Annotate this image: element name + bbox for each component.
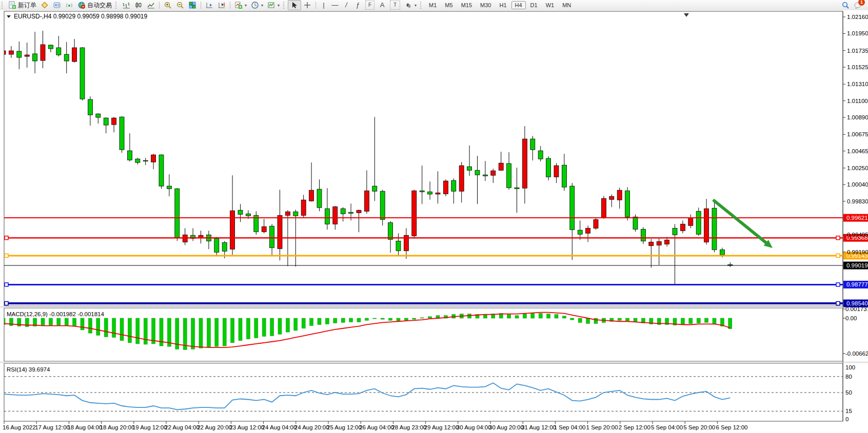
time-axis-label: 22 Aug 20:00 <box>197 424 232 430</box>
data-window-button[interactable] <box>51 1 63 10</box>
new-order-button[interactable]: 新订单 <box>6 1 38 10</box>
macd-histogram-bar <box>523 314 526 318</box>
line-handle <box>5 254 8 257</box>
vertical-line-icon: | <box>320 1 327 9</box>
timeframe-button-m30[interactable]: M30 <box>477 1 495 9</box>
macd-histogram-bar <box>373 318 377 319</box>
price-axis-tick-label: 0.99405 <box>847 232 868 238</box>
line-chart-icon <box>147 1 155 9</box>
trendline-tool-button[interactable]: / <box>341 1 352 10</box>
text-tool-button[interactable]: A <box>377 1 388 10</box>
timeframe-button-m1[interactable]: M1 <box>425 1 440 9</box>
macd-histogram-bar <box>547 314 550 318</box>
macd-histogram-bar <box>341 318 345 322</box>
candle-body <box>443 181 448 194</box>
time-axis-label: 22 Aug 04:00 <box>165 424 200 430</box>
timeframe-button-m15[interactable]: M15 <box>458 1 476 9</box>
chart-title-quote: EURUSD-,H4 0.99029 0.99059 0.98998 0.990… <box>14 13 148 20</box>
cursor-arrow-icon <box>290 1 299 9</box>
candle-body <box>270 226 274 248</box>
timeframe-button-w1[interactable]: W1 <box>542 1 558 9</box>
bar-chart-mode-button[interactable] <box>120 1 132 10</box>
macd-histogram-bar <box>57 318 61 325</box>
toolbar-grip[interactable] <box>283 2 286 9</box>
toolbar-grip[interactable] <box>2 2 5 9</box>
timeframe-button-d1[interactable]: D1 <box>527 1 541 9</box>
candlestick-icon <box>134 1 143 9</box>
candle-body <box>665 240 669 244</box>
chart-shift-icon <box>218 1 226 9</box>
macd-histogram-bar <box>333 318 337 323</box>
time-axis-label: 29 Aug 12:00 <box>424 424 459 430</box>
candle-body <box>9 51 13 54</box>
candle-body <box>127 151 132 160</box>
chart-shift-button[interactable] <box>215 1 228 10</box>
macd-histogram-bar <box>270 318 274 336</box>
macd-histogram-bar <box>555 315 558 318</box>
search-button[interactable] <box>839 1 852 10</box>
vertical-line-tool-button[interactable]: | <box>318 1 329 10</box>
signals-button[interactable] <box>63 1 75 10</box>
price-axis-tick-label: 1.01310 <box>847 81 868 87</box>
macd-histogram-bar <box>246 318 250 339</box>
time-axis-label: 24 Aug 04:00 <box>262 424 297 430</box>
candle-body <box>341 209 345 214</box>
chart-surface[interactable]: 0.996210.993680.991430.990190.987770.985… <box>0 10 868 433</box>
macd-histogram-bar <box>262 318 266 336</box>
templates-button[interactable]: ▾ <box>265 1 282 10</box>
horizontal-line-icon: — <box>331 1 339 9</box>
crosshair-tool-button[interactable] <box>301 1 313 10</box>
panel-separator[interactable] <box>0 362 868 363</box>
timeframe-button-mn[interactable]: MN <box>559 1 575 9</box>
auto-scroll-icon <box>205 1 213 9</box>
chart-window[interactable]: 0.996210.993680.991430.990190.987770.985… <box>0 10 868 433</box>
time-axis-label: 1 Sep 20:00 <box>586 424 618 430</box>
zoom-out-button[interactable] <box>174 1 186 10</box>
macd-histogram-bar <box>104 318 108 337</box>
indicators-plus-icon <box>234 1 243 9</box>
macd-histogram-bar <box>278 318 282 334</box>
market-watch-button[interactable] <box>38 1 51 10</box>
crosshair-icon <box>303 1 311 9</box>
candlestick-mode-button[interactable] <box>132 1 145 10</box>
candle-body <box>72 48 77 61</box>
horizontal-line-tool-button[interactable]: — <box>329 1 341 10</box>
candle-body <box>507 163 511 188</box>
timeframe-button-h1[interactable]: H1 <box>496 1 510 9</box>
toolbar-grip[interactable] <box>420 2 423 9</box>
timeframe-button-m5[interactable]: M5 <box>441 1 456 9</box>
fibo-grid-tool-button[interactable]: F <box>363 0 377 10</box>
candle-body <box>562 165 566 187</box>
macd-histogram-bar <box>49 318 52 325</box>
macd-histogram-bar <box>626 318 629 321</box>
zoom-out-icon <box>176 1 184 9</box>
candle-body <box>88 99 92 115</box>
auto-trading-button[interactable]: 自动交易 <box>75 1 114 10</box>
fibonacci-tool-button[interactable]: ƒ <box>352 1 363 10</box>
macd-histogram-bar <box>120 318 124 341</box>
time-axis-label: 26 Aug 04:00 <box>359 424 394 430</box>
price-axis-tick-label: 1.00465 <box>847 148 868 154</box>
rsi-axis-label: 15 <box>845 408 852 414</box>
price-axis-tick-label: 1.01100 <box>847 98 868 104</box>
toolbar-grip[interactable] <box>115 2 119 9</box>
candle-body <box>135 159 140 162</box>
notifications-button[interactable]: 1 <box>852 1 864 10</box>
cursor-tool-button[interactable] <box>288 0 301 10</box>
timeframe-button-h4[interactable]: H4 <box>511 1 526 9</box>
arrows-tool-button[interactable]: ▾ <box>402 1 419 10</box>
macd-histogram-bar <box>594 318 598 323</box>
macd-histogram-bar <box>365 318 368 320</box>
tile-windows-button[interactable] <box>186 1 199 10</box>
candle-body <box>41 45 45 60</box>
macd-histogram-bar <box>705 318 708 322</box>
candle-body <box>696 211 701 234</box>
zoom-in-button[interactable] <box>162 1 174 10</box>
macd-histogram-bar <box>539 314 542 318</box>
periods-button[interactable]: ▾ <box>249 1 265 10</box>
panel-separator[interactable] <box>0 306 868 308</box>
line-chart-mode-button[interactable] <box>145 1 157 10</box>
auto-scroll-button[interactable] <box>203 1 215 10</box>
text-label-tool-button[interactable]: T <box>388 0 402 10</box>
indicators-button[interactable]: ▾ <box>232 1 249 10</box>
